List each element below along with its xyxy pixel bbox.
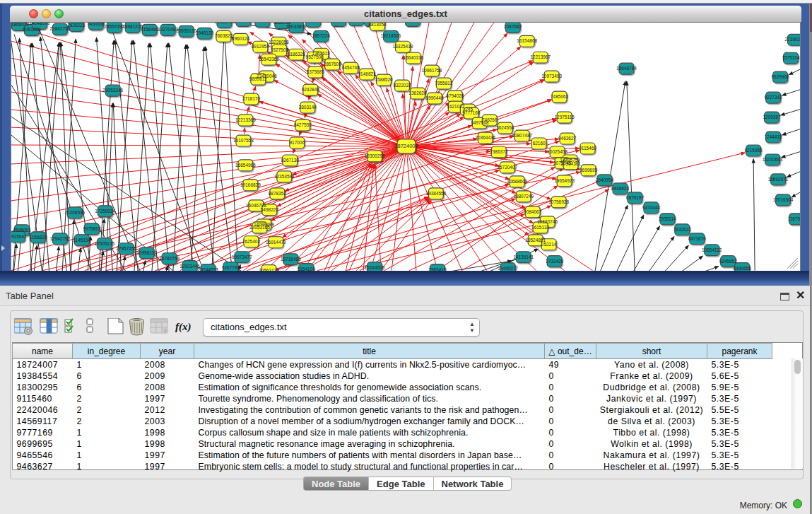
svg-text:15716485: 15716485 <box>281 257 301 262</box>
svg-text:1362620: 1362620 <box>408 90 427 95</box>
svg-text:2946120: 2946120 <box>196 30 214 35</box>
svg-text:20206536: 20206536 <box>64 210 85 215</box>
svg-text:9245652: 9245652 <box>719 259 738 264</box>
svg-text:16033809: 16033809 <box>286 24 307 29</box>
svg-text:9115460: 9115460 <box>579 146 596 151</box>
svg-text:9527508: 9527508 <box>306 54 324 59</box>
svg-text:7386372: 7386372 <box>490 149 508 154</box>
svg-text:2983419: 2983419 <box>428 267 447 271</box>
svg-text:3375685: 3375685 <box>307 69 325 74</box>
svg-text:10120746: 10120746 <box>537 219 558 224</box>
svg-text:2718170: 2718170 <box>242 96 261 101</box>
svg-text:16640316: 16640316 <box>404 55 424 60</box>
svg-text:20562129: 20562129 <box>259 268 279 271</box>
svg-text:1588520: 1588520 <box>375 77 393 82</box>
svg-text:15244500: 15244500 <box>365 265 385 270</box>
svg-text:8535061: 8535061 <box>13 228 31 233</box>
svg-text:12213967: 12213967 <box>530 54 551 59</box>
svg-text:7625402: 7625402 <box>242 239 261 244</box>
svg-text:20555120: 20555120 <box>176 28 196 33</box>
svg-text:9242848: 9242848 <box>302 87 320 92</box>
svg-text:18807249: 18807249 <box>513 194 534 199</box>
svg-text:16654966: 16654966 <box>235 163 256 168</box>
svg-text:2620223: 2620223 <box>67 23 86 28</box>
svg-text:17016504: 17016504 <box>773 197 794 202</box>
svg-text:10688609: 10688609 <box>507 179 527 184</box>
svg-text:22160294: 22160294 <box>785 37 801 42</box>
svg-text:9327503: 9327503 <box>271 47 289 52</box>
svg-text:19490077: 19490077 <box>498 266 518 271</box>
svg-text:10958107: 10958107 <box>136 250 157 255</box>
svg-text:10807487: 10807487 <box>512 133 532 138</box>
svg-text:1156829: 1156829 <box>30 235 47 240</box>
svg-text:8427552: 8427552 <box>294 122 312 127</box>
svg-text:5154104: 5154104 <box>298 267 316 271</box>
svg-text:1640954: 1640954 <box>596 177 614 182</box>
svg-text:14136141: 14136141 <box>513 255 534 259</box>
svg-text:12942757: 12942757 <box>49 236 70 241</box>
svg-text:16648764: 16648764 <box>616 66 637 71</box>
svg-text:6879197: 6879197 <box>626 195 645 200</box>
svg-text:7857224: 7857224 <box>312 33 331 38</box>
svg-text:8215955: 8215955 <box>745 148 763 153</box>
svg-text:8878352: 8878352 <box>269 191 287 196</box>
svg-text:9474444: 9474444 <box>642 205 661 210</box>
svg-text:19384554: 19384554 <box>426 191 447 196</box>
svg-text:1575104: 1575104 <box>782 55 800 60</box>
svg-text:6061658: 6061658 <box>23 27 41 32</box>
svg-text:15720407: 15720407 <box>497 165 517 170</box>
svg-text:13325419: 13325419 <box>393 44 413 49</box>
svg-text:917006: 917006 <box>289 140 305 145</box>
svg-text:13270483: 13270483 <box>158 27 178 32</box>
svg-text:18026717: 18026717 <box>214 23 235 24</box>
svg-text:28744553: 28744553 <box>198 267 218 271</box>
svg-text:252214: 252214 <box>541 242 557 247</box>
svg-text:16210643: 16210643 <box>763 157 783 162</box>
svg-text:28557392: 28557392 <box>104 24 124 29</box>
svg-text:9529966: 9529966 <box>771 74 789 79</box>
svg-text:3915941: 3915941 <box>11 234 27 239</box>
svg-text:15550734: 15550734 <box>303 23 324 23</box>
svg-text:19218506: 19218506 <box>381 33 401 38</box>
svg-text:29053346: 29053346 <box>102 88 123 93</box>
svg-text:19973477: 19973477 <box>232 255 252 259</box>
svg-text:12505135: 12505135 <box>94 241 114 246</box>
svg-text:22053165: 22053165 <box>249 225 270 230</box>
svg-text:7663822: 7663822 <box>215 33 233 38</box>
svg-text:8490656: 8490656 <box>734 266 752 271</box>
svg-text:9899612: 9899612 <box>249 76 268 81</box>
svg-text:19654923: 19654923 <box>554 178 575 183</box>
svg-text:9084067: 9084067 <box>524 209 542 214</box>
svg-text:3430558: 3430558 <box>87 23 105 26</box>
svg-text:7955812: 7955812 <box>435 81 453 86</box>
svg-text:8960124: 8960124 <box>232 36 250 41</box>
svg-text:1209387: 1209387 <box>763 115 781 119</box>
svg-text:1145194: 1145194 <box>73 238 90 243</box>
svg-text:4158480: 4158480 <box>141 27 159 32</box>
svg-text:12923446: 12923446 <box>180 264 200 269</box>
svg-text:12213369: 12213369 <box>235 117 256 122</box>
svg-text:10961758: 10961758 <box>422 68 442 73</box>
svg-text:9146821: 9146821 <box>358 71 377 76</box>
svg-text:12353594: 12353594 <box>274 174 295 179</box>
svg-text:16914479: 16914479 <box>266 240 286 245</box>
svg-text:62160: 62160 <box>533 141 546 146</box>
svg-text:1244415: 1244415 <box>764 134 782 139</box>
svg-text:1615132: 1615132 <box>531 225 550 230</box>
svg-text:8990448: 8990448 <box>425 95 444 100</box>
svg-text:16107553: 16107553 <box>233 138 254 143</box>
svg-text:746266: 746266 <box>482 117 498 122</box>
svg-text:9975867: 9975867 <box>83 226 101 231</box>
svg-text:8454749: 8454749 <box>342 65 360 70</box>
svg-text:f(x): f(x) <box>175 321 191 333</box>
svg-text:19166829: 19166829 <box>240 182 261 187</box>
svg-text:20364436: 20364436 <box>475 135 495 140</box>
svg-text:9227342: 9227342 <box>764 95 782 100</box>
svg-text:5498222: 5498222 <box>261 207 279 212</box>
svg-text:2258145: 2258145 <box>254 23 272 23</box>
svg-text:9699695: 9699695 <box>579 168 598 173</box>
svg-text:10756928: 10756928 <box>548 199 569 204</box>
svg-text:3624554: 3624554 <box>496 125 514 130</box>
svg-text:9457791: 9457791 <box>222 265 240 270</box>
svg-text:2087682: 2087682 <box>504 24 522 29</box>
